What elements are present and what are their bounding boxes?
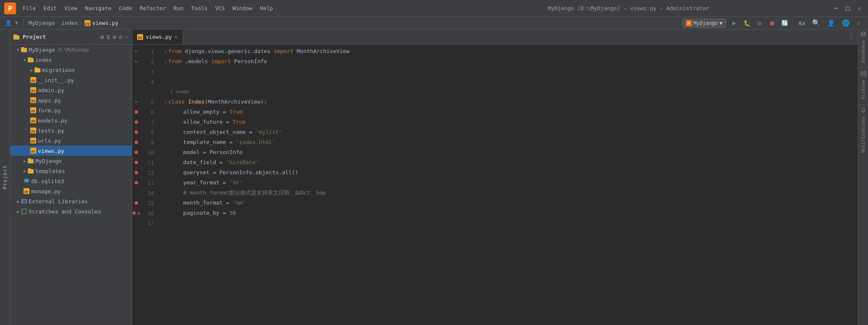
tree-external-libraries[interactable]: ▶ External Libraries (10, 196, 132, 206)
line-row-10: 10 (132, 147, 157, 157)
breadcrumb-index[interactable]: index (61, 20, 78, 26)
tree-folder-migrations[interactable]: ▶ migrations (10, 65, 132, 75)
tree-locate-icon[interactable]: ⊕ (101, 34, 104, 40)
comment-14: # month_format默认格式是支持英文日期，如Oct、Sep (183, 188, 326, 198)
tree-expand-icon[interactable]: ≠ (113, 34, 116, 40)
tree-folder-templates[interactable]: ▶ templates (10, 166, 132, 176)
code-content[interactable]: ⌄ from django.views.generic.dates import… (157, 45, 858, 325)
database-panel-btn[interactable]: Database (858, 31, 868, 68)
notifications-icon (860, 107, 866, 113)
project-panel-label[interactable]: Project (0, 29, 10, 325)
tree-file-urls[interactable]: py urls.py (10, 136, 132, 146)
svg-text:>_: >_ (22, 210, 26, 213)
code-line-14: # month_format默认格式是支持英文日期，如Oct、Sep (164, 188, 858, 198)
tree-file-admin[interactable]: py admin.py (10, 85, 132, 95)
user-icon[interactable]: 👤 (826, 19, 837, 28)
line-row-5: 5 (132, 97, 157, 107)
code-line-4 (164, 77, 858, 87)
kw-import-2: import (211, 56, 234, 67)
fold-icon-2 (134, 59, 139, 64)
toolbar-sep (793, 19, 793, 27)
breadcrumb-root[interactable]: MyDjango (29, 20, 55, 26)
bookmark-icon-6 (134, 110, 138, 114)
translate-icon[interactable]: Aa (796, 19, 807, 27)
template-val: 'index.html' (236, 137, 276, 147)
sciview-panel-btn[interactable]: SciView (858, 71, 868, 105)
svg-point-36 (24, 181, 29, 183)
tree-folder-index[interactable]: ▼ index (10, 55, 132, 65)
menu-refactor[interactable]: Refactor (136, 3, 170, 13)
kw-from-1: from (168, 46, 185, 56)
tree-file-init[interactable]: py __init__.py (10, 75, 132, 85)
menu-edit[interactable]: Edit (40, 3, 60, 13)
tree-settings-icon[interactable]: ⚙ (119, 34, 122, 40)
svg-rect-33 (28, 168, 31, 170)
run-profile-button[interactable]: P MyDjango ▼ (682, 19, 726, 28)
line-row-9: 9 (132, 137, 157, 147)
breadcrumb-file[interactable]: py views.py (85, 20, 119, 26)
tree-models-label: models.py (38, 117, 67, 124)
tree-root[interactable]: ▼ MyDjango D:\MyDjango (10, 45, 132, 55)
menu-navigate[interactable]: Navigate (82, 3, 115, 13)
menu-run[interactable]: Run (170, 3, 187, 13)
maximize-button[interactable]: □ (843, 3, 852, 13)
run-with-coverage-button[interactable]: ⚙ (755, 19, 764, 28)
tree-file-db[interactable]: db.sqlite3 (10, 176, 132, 186)
tree-folder-mydjango[interactable]: ▶ MyDjango (10, 156, 132, 166)
tree-close-icon[interactable]: ─ (125, 34, 128, 40)
code-editor[interactable]: 1 2 3 4 (132, 45, 858, 325)
menu-vcs[interactable]: VCS (212, 3, 228, 13)
tab-label: views.py (146, 34, 172, 40)
status-check-icon: ✓ (855, 19, 863, 27)
tree-scratches-label: Scratches and Consoles (29, 208, 101, 215)
expand-arrow-scratches: ▶ (17, 209, 19, 214)
reload-button[interactable]: 🔄 (780, 19, 789, 28)
run-button[interactable]: ▶ (730, 19, 739, 28)
svg-rect-7 (13, 35, 17, 36)
menu-tools[interactable]: Tools (188, 3, 211, 13)
debug-button[interactable]: 🐛 (742, 19, 751, 28)
profile-icon[interactable]: 👤 (5, 20, 12, 26)
line-row-4: 4 (132, 77, 157, 87)
profile-dropdown[interactable]: ▼ (15, 20, 18, 26)
module-1: django.views.generic.dates (185, 46, 273, 56)
file-icon: py (85, 20, 90, 26)
yearformat-key: year_format (183, 178, 223, 188)
separator (23, 19, 24, 27)
menu-help[interactable]: Help (257, 3, 276, 13)
tree-file-views[interactable]: py views.py (10, 146, 132, 156)
tree-scratches[interactable]: ▶ >_ Scratches and Consoles (10, 206, 132, 216)
tree-collapse-icon[interactable]: ≡ (106, 34, 110, 40)
tree-file-apps[interactable]: py apps.py (10, 95, 132, 105)
line-num-16: 16 (141, 210, 157, 216)
globe-icon[interactable]: 🌐 (840, 19, 852, 28)
menu-view[interactable]: View (61, 3, 81, 13)
breadcrumb-sep-1: › (56, 20, 60, 26)
tree-file-manage[interactable]: py manage.py (10, 186, 132, 196)
notifications-panel-btn[interactable]: Notifications (858, 107, 868, 156)
tree-migrations-label: migrations (42, 67, 75, 73)
tab-more-button[interactable]: ⋮ (844, 33, 858, 41)
bookmark-icon-16 (132, 211, 136, 215)
tree-file-form[interactable]: py form.py (10, 105, 132, 115)
svg-text:py: py (31, 109, 35, 113)
paginate-val: 50 (229, 208, 236, 218)
stop-button[interactable]: ⏹ (767, 19, 777, 28)
menu-code[interactable]: Code (116, 3, 135, 13)
search-everywhere-icon[interactable]: 🔍 (810, 18, 822, 28)
tree-external-label: External Libraries (29, 198, 88, 205)
line-num-14: 14 (141, 190, 157, 196)
gutter-7 (132, 120, 141, 124)
apps-file-icon: py (30, 97, 36, 103)
tree-file-models[interactable]: py models.py (10, 115, 132, 125)
minimize-button[interactable]: ─ (831, 3, 841, 13)
menu-file[interactable]: File (19, 3, 39, 13)
menu-window[interactable]: Window (229, 3, 256, 13)
tab-close-button[interactable]: ✕ (175, 34, 178, 40)
tab-views-py[interactable]: py views.py ✕ (132, 29, 183, 44)
bookmark-icon-11 (134, 160, 138, 165)
tree-file-tests[interactable]: py tests.py (10, 125, 132, 136)
scratches-icon: >_ (21, 208, 27, 214)
line-num-9: 9 (141, 139, 157, 146)
close-button[interactable]: ✕ (855, 3, 864, 13)
